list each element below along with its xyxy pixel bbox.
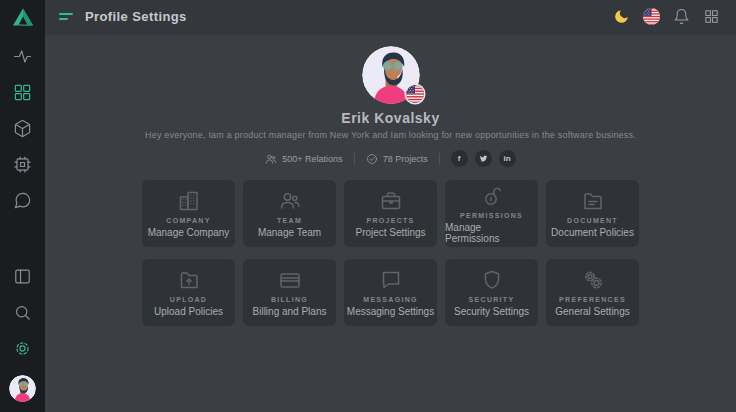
card-manage-permissions[interactable]: PERMISSIONS Manage Permissions	[445, 180, 538, 247]
card-category: PROJECTS	[366, 217, 414, 224]
card-category: PREFERENCES	[559, 296, 626, 303]
profile-bio: Hey everyone, Iam a product manager from…	[145, 130, 636, 140]
sidebar-bottom	[9, 267, 36, 402]
triangle-logo-icon	[12, 7, 34, 27]
card-billing-plans[interactable]: BILLING Billing and Plans	[243, 259, 336, 326]
projects-icon	[379, 189, 403, 213]
check-circle-icon	[366, 153, 378, 165]
profile-avatar	[362, 46, 420, 104]
card-label: Manage Company	[148, 227, 230, 238]
activity-icon[interactable]	[13, 47, 32, 66]
bell-icon[interactable]	[673, 8, 690, 25]
card-label: Document Policies	[551, 227, 634, 238]
facebook-button[interactable]: f	[451, 150, 468, 167]
card-category: PERMISSIONS	[460, 212, 523, 219]
permissions-icon	[480, 184, 504, 208]
twitter-icon	[479, 154, 488, 163]
card-manage-company[interactable]: COMPANY Manage Company	[142, 180, 235, 247]
upload-icon	[177, 268, 201, 292]
content: Erik Kovalsky Hey everyone, Iam a produc…	[45, 33, 736, 412]
card-label: Messaging Settings	[347, 306, 434, 317]
card-category: COMPANY	[166, 217, 210, 224]
company-icon	[177, 189, 201, 213]
linkedin-icon: in	[504, 154, 511, 163]
chat-bubble-icon[interactable]	[13, 191, 32, 210]
settings-gear-icon[interactable]	[13, 339, 32, 358]
card-category: DOCUMENT	[567, 217, 618, 224]
profile-name: Erik Kovalsky	[341, 110, 439, 126]
document-icon	[581, 189, 605, 213]
topbar-actions	[613, 8, 720, 25]
card-label: Manage Team	[258, 227, 321, 238]
card-category: SECURITY	[469, 296, 515, 303]
card-label: Upload Policies	[154, 306, 223, 317]
card-label: Project Settings	[355, 227, 425, 238]
card-general-settings[interactable]: PREFERENCES General Settings	[546, 259, 639, 326]
twitter-button[interactable]	[475, 150, 492, 167]
profile-settings-app: Profile Settings	[0, 0, 736, 412]
side-panel-icon[interactable]	[13, 267, 32, 286]
security-icon	[480, 268, 504, 292]
billing-icon	[278, 268, 302, 292]
sidebar-nav	[13, 47, 32, 210]
relations-stat: 500+ Relations	[265, 153, 342, 165]
relations-label: 500+ Relations	[282, 154, 342, 164]
card-label: Billing and Plans	[253, 306, 327, 317]
facebook-icon: f	[458, 154, 461, 163]
card-manage-team[interactable]: TEAM Manage Team	[243, 180, 336, 247]
sidebar	[0, 0, 45, 412]
card-label: Security Settings	[454, 306, 529, 317]
card-label: Manage Permissions	[445, 222, 538, 244]
card-project-settings[interactable]: PROJECTS Project Settings	[344, 180, 437, 247]
main-area: Profile Settings	[45, 0, 736, 412]
moon-icon[interactable]	[613, 8, 630, 25]
apps-grid-icon[interactable]	[703, 8, 720, 25]
card-category: MESSAGING	[363, 296, 417, 303]
page-title: Profile Settings	[85, 9, 187, 24]
settings-cards-grid: COMPANY Manage Company TEAM Manage Team …	[142, 180, 639, 326]
card-category: TEAM	[277, 217, 302, 224]
divider	[354, 153, 355, 165]
preferences-icon	[581, 268, 605, 292]
search-icon[interactable]	[13, 303, 32, 322]
linkedin-button[interactable]: in	[499, 150, 516, 167]
projects-stat: 78 Projects	[366, 153, 428, 165]
dashboard-grid-icon[interactable]	[13, 83, 32, 102]
country-flag-badge	[406, 85, 424, 103]
card-label: General Settings	[555, 306, 630, 317]
card-category: BILLING	[271, 296, 308, 303]
cpu-icon[interactable]	[13, 155, 32, 174]
messaging-icon	[379, 268, 403, 292]
card-messaging-settings[interactable]: MESSAGING Messaging Settings	[344, 259, 437, 326]
profile-stats: 500+ Relations 78 Projects f in	[265, 150, 515, 167]
sidebar-user-avatar[interactable]	[9, 375, 36, 402]
divider	[439, 153, 440, 165]
menu-toggle-icon[interactable]	[59, 11, 74, 22]
us-flag-icon[interactable]	[643, 8, 660, 25]
projects-label: 78 Projects	[383, 154, 428, 164]
card-upload-policies[interactable]: UPLOAD Upload Policies	[142, 259, 235, 326]
card-document-policies[interactable]: DOCUMENT Document Policies	[546, 180, 639, 247]
users-icon	[265, 153, 277, 165]
card-security-settings[interactable]: SECURITY Security Settings	[445, 259, 538, 326]
app-logo	[0, 0, 45, 33]
package-box-icon[interactable]	[13, 119, 32, 138]
team-icon	[278, 189, 302, 213]
card-category: UPLOAD	[170, 296, 207, 303]
topbar: Profile Settings	[45, 0, 736, 33]
social-links: f in	[451, 150, 516, 167]
